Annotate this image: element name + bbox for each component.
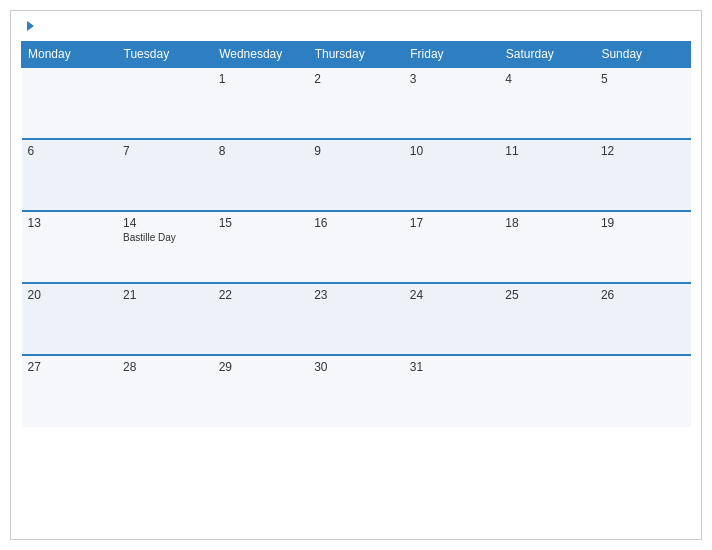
calendar-cell: 16: [308, 211, 404, 283]
calendar-cell: 27: [22, 355, 118, 427]
calendar-cell: 11: [499, 139, 595, 211]
day-number: 10: [410, 144, 494, 158]
day-number: 20: [28, 288, 112, 302]
calendar-cell: 28: [117, 355, 213, 427]
calendar-grid: MondayTuesdayWednesdayThursdayFridaySatu…: [21, 41, 691, 427]
weekday-header-monday: Monday: [22, 42, 118, 68]
calendar-cell: 18: [499, 211, 595, 283]
day-number: 26: [601, 288, 685, 302]
weekday-header-wednesday: Wednesday: [213, 42, 309, 68]
calendar-cell: 7: [117, 139, 213, 211]
calendar-cell: 3: [404, 67, 500, 139]
day-number: 2: [314, 72, 398, 86]
day-number: 29: [219, 360, 303, 374]
calendar-cell: 21: [117, 283, 213, 355]
day-number: 6: [28, 144, 112, 158]
logo-blue-text: [25, 21, 34, 31]
day-number: 3: [410, 72, 494, 86]
week-row-3: 1314Bastille Day1516171819: [22, 211, 691, 283]
calendar-cell: 9: [308, 139, 404, 211]
day-number: 5: [601, 72, 685, 86]
week-row-1: 12345: [22, 67, 691, 139]
weekday-header-saturday: Saturday: [499, 42, 595, 68]
day-number: 14: [123, 216, 207, 230]
calendar-cell: 20: [22, 283, 118, 355]
day-number: 17: [410, 216, 494, 230]
week-row-4: 20212223242526: [22, 283, 691, 355]
calendar-header: [21, 21, 691, 31]
calendar-cell: 13: [22, 211, 118, 283]
calendar-cell: 30: [308, 355, 404, 427]
day-number: 18: [505, 216, 589, 230]
day-number: 1: [219, 72, 303, 86]
day-number: 7: [123, 144, 207, 158]
day-number: 31: [410, 360, 494, 374]
day-number: 15: [219, 216, 303, 230]
calendar-cell: [595, 355, 691, 427]
weekday-header-tuesday: Tuesday: [117, 42, 213, 68]
calendar-cell: [499, 355, 595, 427]
calendar-cell: 24: [404, 283, 500, 355]
calendar-cell: 10: [404, 139, 500, 211]
day-number: 4: [505, 72, 589, 86]
day-number: 13: [28, 216, 112, 230]
weekday-header-row: MondayTuesdayWednesdayThursdayFridaySatu…: [22, 42, 691, 68]
day-number: 12: [601, 144, 685, 158]
weekday-header-thursday: Thursday: [308, 42, 404, 68]
day-number: 9: [314, 144, 398, 158]
day-number: 21: [123, 288, 207, 302]
calendar-cell: 4: [499, 67, 595, 139]
calendar-cell: 6: [22, 139, 118, 211]
logo-triangle-icon: [27, 21, 34, 31]
calendar-container: MondayTuesdayWednesdayThursdayFridaySatu…: [10, 10, 702, 540]
calendar-cell: [117, 67, 213, 139]
calendar-cell: 12: [595, 139, 691, 211]
day-number: 22: [219, 288, 303, 302]
logo: [25, 21, 34, 31]
day-number: 28: [123, 360, 207, 374]
day-number: 25: [505, 288, 589, 302]
day-number: 27: [28, 360, 112, 374]
calendar-cell: 8: [213, 139, 309, 211]
calendar-cell: 15: [213, 211, 309, 283]
day-number: 11: [505, 144, 589, 158]
day-number: 24: [410, 288, 494, 302]
day-number: 19: [601, 216, 685, 230]
holiday-label: Bastille Day: [123, 232, 207, 243]
day-number: 30: [314, 360, 398, 374]
calendar-cell: 2: [308, 67, 404, 139]
day-number: 16: [314, 216, 398, 230]
calendar-cell: 26: [595, 283, 691, 355]
calendar-cell: [22, 67, 118, 139]
calendar-cell: 29: [213, 355, 309, 427]
calendar-cell: 23: [308, 283, 404, 355]
calendar-cell: 17: [404, 211, 500, 283]
calendar-cell: 25: [499, 283, 595, 355]
day-number: 8: [219, 144, 303, 158]
weekday-header-sunday: Sunday: [595, 42, 691, 68]
week-row-2: 6789101112: [22, 139, 691, 211]
calendar-cell: 14Bastille Day: [117, 211, 213, 283]
day-number: 23: [314, 288, 398, 302]
calendar-cell: 22: [213, 283, 309, 355]
week-row-5: 2728293031: [22, 355, 691, 427]
calendar-cell: 5: [595, 67, 691, 139]
weekday-header-friday: Friday: [404, 42, 500, 68]
calendar-cell: 19: [595, 211, 691, 283]
calendar-cell: 1: [213, 67, 309, 139]
calendar-cell: 31: [404, 355, 500, 427]
